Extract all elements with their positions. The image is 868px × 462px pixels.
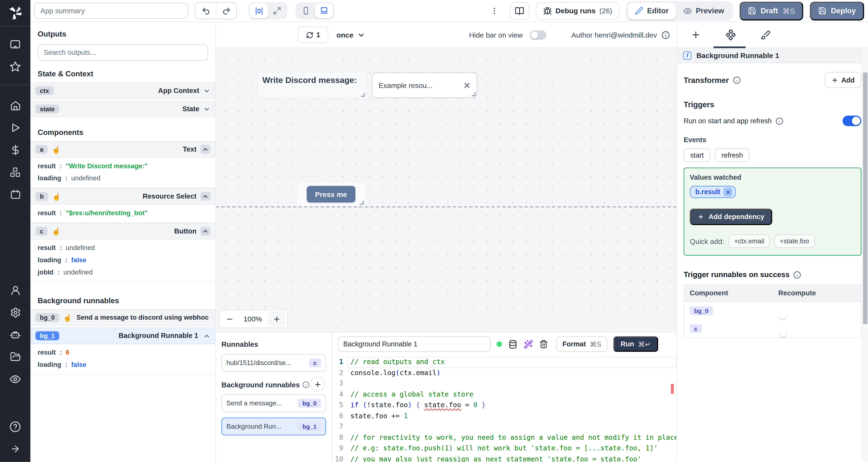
- zoom-out-button[interactable]: [220, 310, 240, 328]
- sidebar-item-users[interactable]: [0, 279, 31, 301]
- clear-selection-icon[interactable]: [463, 81, 471, 89]
- add-background-runnable-button[interactable]: [310, 377, 325, 392]
- app-summary-input[interactable]: [34, 3, 188, 19]
- center-layout-button[interactable]: [250, 3, 268, 18]
- quick-add-state-foo-button[interactable]: +state.foo: [774, 234, 814, 248]
- runnable-item-main[interactable]: hub/1511/discord/se... c: [221, 354, 326, 372]
- tab-editor[interactable]: Editor: [628, 2, 676, 19]
- press-me-button[interactable]: Press me: [307, 186, 355, 203]
- author-label: Author henri@windmill.dev: [571, 31, 657, 39]
- deploy-button[interactable]: Deploy: [810, 1, 864, 20]
- triggers-title: Triggers: [684, 100, 861, 109]
- run-on-start-toggle[interactable]: [842, 116, 861, 126]
- sidebar-item-variables[interactable]: [0, 139, 31, 161]
- sidebar-collapse-icon[interactable]: [0, 437, 31, 460]
- tab-insert-component[interactable]: [678, 22, 713, 47]
- sidebar-item-home[interactable]: [0, 95, 31, 117]
- sidebar-item-settings[interactable]: [0, 302, 31, 324]
- component-row-b[interactable]: b ☝ Resource Select: [31, 188, 215, 205]
- zoom-in-button[interactable]: [268, 311, 286, 326]
- remove-watched-value-icon[interactable]: [723, 188, 733, 196]
- format-button[interactable]: Format ⌘S: [556, 336, 608, 352]
- component-row-c[interactable]: c ☝ Button: [31, 223, 215, 239]
- sidebar-item-folders[interactable]: [0, 346, 31, 368]
- background-runnable-row-bg1[interactable]: bg_1 Background Runnable 1: [31, 328, 215, 344]
- line-number: 9: [332, 443, 343, 454]
- sidebar-item-workers[interactable]: [0, 324, 31, 346]
- draft-button[interactable]: Draft ⌘S: [740, 1, 803, 20]
- code-line[interactable]: // for reactivity to work, you need to a…: [347, 432, 676, 443]
- component-a-badge: a: [35, 145, 48, 154]
- tab-component-settings[interactable]: [713, 22, 748, 47]
- collapse-icon[interactable]: [200, 192, 210, 201]
- collapse-icon[interactable]: [200, 227, 210, 236]
- sidebar-item-resources[interactable]: [0, 161, 31, 183]
- windmill-logo-icon[interactable]: [7, 5, 24, 22]
- tab-styling[interactable]: [748, 22, 783, 47]
- mobile-view-button[interactable]: [297, 3, 315, 18]
- debug-runs-button[interactable]: Debug runs (26): [536, 2, 619, 20]
- watched-value-chip[interactable]: b.result: [690, 186, 736, 198]
- sidebar-item-apps[interactable]: [0, 33, 31, 55]
- component-row-a[interactable]: a ☝ Text: [31, 141, 215, 158]
- redo-button[interactable]: [216, 3, 236, 19]
- sidebar-item-schedules[interactable]: [0, 183, 31, 205]
- output-row-ctx[interactable]: ctx App Context: [31, 82, 215, 99]
- code-line[interactable]: [347, 422, 676, 432]
- event-start-pill[interactable]: start: [684, 148, 711, 162]
- code-editor[interactable]: 12345678910 // read outputs and ctxconso…: [332, 356, 677, 462]
- docs-button[interactable]: [509, 2, 529, 20]
- delete-runnable-icon[interactable]: [539, 340, 548, 349]
- add-dependency-button[interactable]: Add dependency: [690, 209, 772, 225]
- code-line[interactable]: // read outputs and ctx: [347, 357, 676, 368]
- bg0-badge: bg_0: [35, 313, 59, 322]
- collapse-icon[interactable]: [200, 145, 210, 154]
- tab-preview[interactable]: Preview: [676, 2, 732, 19]
- code-gutter: 12345678910: [332, 356, 347, 462]
- quick-add-ctx-email-button[interactable]: +ctx.email: [728, 234, 770, 248]
- app-canvas[interactable]: Write Discord message: Example resou... …: [216, 48, 676, 332]
- desktop-view-button[interactable]: [315, 3, 333, 18]
- resize-handle[interactable]: [361, 93, 365, 97]
- more-menu-icon[interactable]: [485, 6, 503, 15]
- bottom-panel: Runnables hub/1511/discord/se... c Backg…: [216, 332, 676, 462]
- runnable-badge: c: [309, 358, 321, 367]
- resize-handle[interactable]: [472, 92, 475, 96]
- cache-icon[interactable]: [508, 339, 518, 349]
- ai-assistant-icon[interactable]: [524, 339, 533, 349]
- search-outputs-input[interactable]: [38, 44, 208, 61]
- refresh-count-button[interactable]: 1: [298, 27, 328, 43]
- fullscreen-layout-button[interactable]: [268, 3, 286, 18]
- refresh-mode-select[interactable]: once: [337, 27, 366, 43]
- app-height-divider[interactable]: [216, 206, 676, 208]
- right-panel-scrollbar[interactable]: [862, 48, 868, 462]
- undo-button[interactable]: [195, 3, 216, 19]
- code-line[interactable]: // access a global state store: [347, 389, 676, 400]
- text-component[interactable]: Write Discord message:: [258, 72, 366, 98]
- scrollbar-thumb[interactable]: [863, 72, 867, 324]
- code-line[interactable]: if (!state.foo) { state.foo = 0 }: [347, 400, 676, 411]
- code-line[interactable]: console.log(ctx.email): [347, 368, 676, 378]
- hide-bar-toggle[interactable]: [530, 30, 547, 39]
- code-line[interactable]: state.foo += 1: [347, 411, 676, 422]
- resource-select-component[interactable]: Example resou...: [372, 72, 477, 98]
- add-transformer-button[interactable]: Add: [825, 72, 861, 88]
- code-line[interactable]: // you may also just reassign as next st…: [347, 454, 676, 462]
- button-component-cell[interactable]: Press me: [297, 183, 365, 206]
- sidebar-divider: [0, 26, 30, 27]
- run-button[interactable]: Run ⌘↵: [613, 336, 658, 352]
- event-refresh-pill[interactable]: refresh: [715, 148, 750, 162]
- code-line[interactable]: [347, 378, 676, 389]
- resize-handle[interactable]: [360, 201, 364, 205]
- code-lines[interactable]: // read outputs and ctxconsole.log(ctx.e…: [347, 356, 676, 462]
- sidebar-item-runs[interactable]: [0, 117, 31, 139]
- sidebar-item-favorites[interactable]: [0, 56, 31, 77]
- sidebar-item-help[interactable]: [0, 416, 31, 437]
- background-runnable-row-bg0[interactable]: bg_0 ☝ Send a message to discord using w…: [31, 309, 215, 326]
- runnable-name-input[interactable]: [338, 336, 491, 352]
- runnable-item-bg1-selected[interactable]: Background Run... bg_1: [221, 418, 326, 435]
- sidebar-item-audit-logs[interactable]: [0, 368, 31, 390]
- code-line[interactable]: // e.g: state.foo.push(1) will not work …: [347, 443, 676, 454]
- runnable-item-bg0[interactable]: Send a message... bg_0: [221, 394, 326, 412]
- output-row-state[interactable]: state State: [31, 101, 215, 117]
